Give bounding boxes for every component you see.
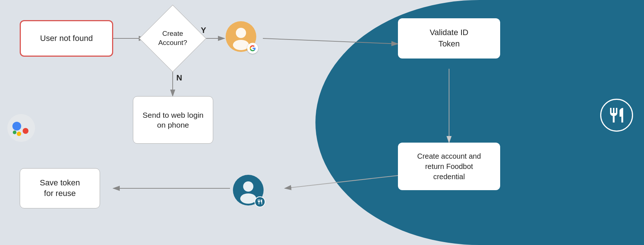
svg-point-19 — [240, 193, 256, 204]
n-label-text: N — [176, 73, 182, 82]
google-user-icon — [225, 20, 257, 53]
save-token-node: Save token for reuse — [20, 168, 100, 208]
user-not-found-node: User not found — [20, 20, 113, 57]
svg-point-10 — [236, 28, 246, 38]
svg-point-13 — [12, 122, 21, 131]
user-not-found-label: User not found — [40, 33, 93, 44]
svg-point-14 — [23, 128, 28, 134]
google-assistant-icon — [7, 113, 36, 143]
label-y: Y — [201, 26, 206, 35]
svg-point-15 — [17, 132, 21, 136]
diamond-label: CreateAccount? — [145, 11, 200, 66]
foodbot-circle-icon-topright — [600, 99, 633, 132]
create-account-return-node: Create account and return Foodbot creden… — [398, 143, 500, 190]
validate-id-token-node: Validate ID Token — [398, 18, 500, 59]
send-to-web-label: Send to web login on phone — [143, 110, 204, 130]
save-token-label: Save token for reuse — [40, 178, 80, 199]
create-account-diamond: CreateAccount? — [145, 11, 200, 66]
svg-point-11 — [233, 40, 249, 50]
foodbot-user-icon-bottom — [232, 174, 265, 207]
label-n: N — [176, 73, 182, 83]
svg-point-18 — [243, 181, 253, 192]
y-label-text: Y — [201, 26, 206, 35]
create-account-return-label: Create account and return Foodbot creden… — [417, 151, 481, 182]
validate-id-label: Validate ID Token — [430, 27, 468, 50]
svg-point-16 — [13, 131, 16, 134]
svg-point-12 — [7, 114, 35, 142]
send-to-web-node: Send to web login on phone — [133, 96, 213, 144]
